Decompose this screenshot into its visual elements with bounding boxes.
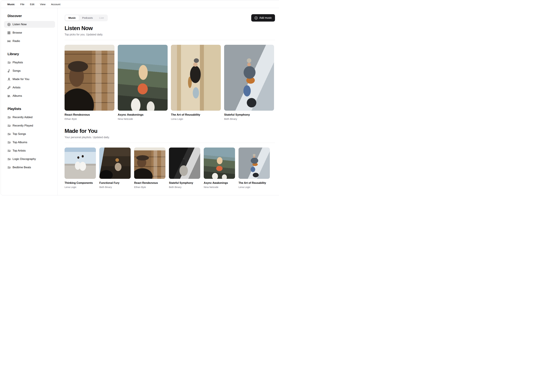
album-title: Thinking Components [65,181,96,185]
list-music-icon [7,61,10,64]
album-card: Stateful Symphony Beth Binary [169,148,200,189]
album-artist: Lena Logic [65,185,96,189]
album-artist: Nina Netcode [204,185,235,189]
microphone-icon [7,86,10,89]
sidebar-heading-playlists: Playlists [8,107,55,111]
album-card: React Rendezvous Ethan Byte [134,148,166,189]
album-card: Async Awakenings Nina Netcode [204,148,235,189]
user-icon [7,78,10,81]
sidebar-item-top-albums[interactable]: Top Albums [4,139,55,146]
sidebar-item-playlists[interactable]: Playlists [4,59,55,66]
sidebar-item-label: Made for You [13,77,29,81]
album-cover[interactable] [171,45,221,111]
album-card: The Art of Reusability Lena Logic [238,148,270,189]
album-cover[interactable] [169,148,200,179]
album-cover[interactable] [238,148,270,179]
album-title: React Rendezvous [65,113,114,117]
sidebar-item-label: Logic Discography [13,157,36,161]
sidebar-item-label: Playlists [13,61,23,64]
sidebar-section-playlists: Playlists Recently Added Recently Played [4,107,55,171]
album-artist: Beth Binary [224,117,274,121]
list-music-icon [7,116,10,119]
menubar-item-view[interactable]: View [38,1,48,8]
section-subtitle-made-for-you: Your personal playlists. Updated daily. [65,135,275,139]
list-music-icon [7,166,10,169]
album-title: Async Awakenings [118,113,168,117]
sidebar-item-albums[interactable]: Albums [4,92,55,99]
album-artist: Nina Netcode [118,117,168,121]
section-title-listen-now: Listen Now [65,25,275,32]
tab-podcasts[interactable]: Podcasts [79,15,96,21]
sidebar-item-label: Listen Now [13,23,26,26]
sidebar-item-label: Browse [13,31,22,34]
album-artist: Lena Logic [171,117,221,121]
menubar-item-edit[interactable]: Edit [28,1,37,8]
list-music-icon [7,149,10,152]
tab-live: Live [96,15,107,21]
listen-now-card-row: React Rendezvous Ethan Byte Async Awaken… [65,45,275,121]
app-window: Music File Edit View Account Discover Li… [1,0,279,195]
album-cover[interactable] [99,148,131,179]
album-artist: Ethan Byte [65,117,114,121]
album-title: The Art of Reusability [238,181,270,185]
album-artist: Beth Binary [99,185,131,189]
sidebar-item-made-for-you[interactable]: Made for You [4,76,55,83]
album-cover[interactable] [224,45,274,111]
sidebar-item-top-artists[interactable]: Top Artists [4,147,55,154]
sidebar-section-library: Library Playlists Songs [4,52,55,99]
separator [65,143,275,143]
album-artist: Beth Binary [169,185,200,189]
sidebar-item-label: Radio [13,39,20,43]
sidebar-item-logic-discography[interactable]: Logic Discography [4,156,55,162]
tab-music[interactable]: Music [65,15,79,21]
add-music-button[interactable]: Add music [251,14,275,22]
album-card: Thinking Components Lena Logic [65,148,96,189]
sidebar-item-label: Bedtime Beats [13,166,31,169]
menubar-item-file[interactable]: File [18,1,26,8]
main-content: Music Podcasts Live Add music Listen Now… [58,8,279,195]
album-title: Functional Fury [99,181,131,185]
sidebar-item-top-songs[interactable]: Top Songs [4,131,55,137]
album-cover[interactable] [65,148,96,179]
sidebar-item-bedtime-beats[interactable]: Bedtime Beats [4,164,55,171]
made-for-you-card-row: Thinking Components Lena Logic Functiona… [65,148,275,189]
album-cover[interactable] [118,45,168,111]
album-title: Async Awakenings [204,181,235,185]
sidebar-item-songs[interactable]: Songs [4,67,55,74]
album-artist: Ethan Byte [134,185,166,189]
circle-play-icon [7,23,10,26]
section-subtitle-listen-now: Top picks for you. Updated daily. [65,33,275,37]
sidebar-item-listen-now[interactable]: Listen Now [4,21,55,28]
sidebar-item-label: Recently Played [13,124,33,127]
sidebar-item-label: Top Songs [13,132,26,136]
toolbar: Music Podcasts Live Add music [65,14,275,22]
sidebar-item-artists[interactable]: Artists [4,84,55,91]
sidebar-item-browse[interactable]: Browse [4,29,55,36]
sidebar-heading-library: Library [8,52,55,56]
album-title: Stateful Symphony [224,113,274,117]
album-cover[interactable] [65,45,114,111]
sidebar-item-radio[interactable]: Radio [4,38,55,44]
sidebar-item-label: Top Albums [13,141,27,144]
menubar: Music File Edit View Account [1,1,279,8]
circle-plus-icon [254,16,258,20]
album-card: The Art of Reusability Lena Logic [171,45,221,121]
album-card: Functional Fury Beth Binary [99,148,131,189]
album-cover[interactable] [204,148,235,179]
list-music-icon [7,124,10,127]
sidebar-item-label: Recently Added [13,116,33,119]
sidebar-item-recently-added[interactable]: Recently Added [4,114,55,121]
menubar-item-account[interactable]: Account [49,1,62,8]
sidebar-heading-discover: Discover [8,14,55,18]
layout-grid-icon [7,31,10,34]
album-card: React Rendezvous Ethan Byte [65,45,114,121]
sidebar-item-label: Albums [13,94,22,98]
list-music-icon [7,158,10,161]
tabs: Music Podcasts Live [65,15,108,21]
album-cover[interactable] [134,148,166,179]
menubar-item-music[interactable]: Music [5,1,17,8]
list-music-icon [7,133,10,136]
sidebar-item-label: Songs [13,69,21,73]
sidebar-item-recently-played[interactable]: Recently Played [4,122,55,129]
sidebar: Discover Listen Now Browse [1,8,58,195]
